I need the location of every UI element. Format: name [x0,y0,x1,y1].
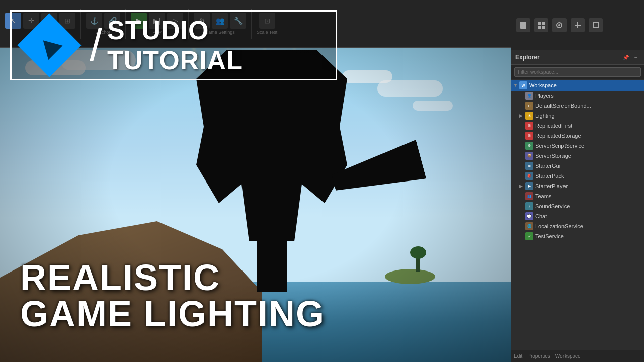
tree-item-replicatedfirst[interactable]: ▶ ⊞ ReplicatedFirst [511,121,644,131]
svg-rect-4 [542,26,545,29]
arrow-chat: ▶ [519,214,525,219]
explorer-pin-icon[interactable]: 📌 [622,53,630,61]
banner-slash: / [90,23,102,68]
right-panel: Explorer 📌 − ▼ W Workspace ▶ 👤 Players [511,0,644,362]
svg-rect-1 [538,22,541,25]
arrow-soundservice: ▶ [519,204,525,209]
label-soundservice: SoundService [535,203,570,209]
toolbar-icon-file[interactable] [516,18,530,32]
tree-item-starterpack[interactable]: ▶ 🎒 StarterPack [511,171,644,181]
icon-default: D [525,102,533,110]
banner-title: STUDIO TUTORIAL [107,15,326,75]
tree-item-soundservice[interactable]: ▶ ♪ SoundService [511,201,644,211]
label-defaultscreenbound: DefaultScreenBound... [535,103,591,109]
arrow-lighting: ▶ [519,113,525,118]
label-serverstorage: ServerStorage [535,153,571,159]
label-replicatedfirst: ReplicatedFirst [535,123,572,129]
arrow-workspace: ▼ [513,83,519,88]
arrow-default: ▶ [519,103,525,108]
label-workspace: Workspace [529,82,557,88]
icon-serverstorage: 📦 [525,152,533,160]
label-startergui: StarterGui [535,163,560,169]
arrow-replicatedfirst: ▶ [519,123,525,128]
icon-localizationservice: 🌐 [525,222,533,230]
icon-players: 👤 [525,92,533,100]
label-teams: Teams [535,193,551,199]
toolbar-icon-grid[interactable] [534,18,548,32]
tree-item-serverscriptservice[interactable]: ▶ ⚙ ServerScriptService [511,141,644,151]
icon-serverscriptservice: ⚙ [525,142,533,150]
icon-lighting: ☀ [525,112,533,120]
label-starterpack: StarterPack [535,173,564,179]
icon-starterplayer: ▶ [525,182,533,190]
tree-item-teams[interactable]: ▶ 👥 Teams [511,191,644,201]
title-line1: REALISTIC [20,259,325,296]
title-line2: GAME LIGHTING [20,296,325,332]
toolbar-icon-arrows[interactable] [571,18,585,32]
main-viewport: ↖ ✛ ↻ ⊞ Transform ⚓ 🔗 Anchor ▶ ▶| ▷ Play [0,0,511,362]
label-chat: Chat [535,213,547,219]
tree-item-lighting[interactable]: ▶ ☀ Lighting [511,111,644,121]
arrow-serverstorage: ▶ [519,153,525,158]
svg-point-6 [558,24,560,26]
tree-item-workspace[interactable]: ▼ W Workspace [511,80,644,90]
label-replicatedstorage: ReplicatedStorage [535,133,581,139]
svg-rect-2 [542,22,545,25]
arrow-localizationservice: ▶ [519,224,525,229]
tree-item-testservice[interactable]: ▶ ✓ TestService [511,231,644,241]
tree-item-defaultscreenbound[interactable]: ▶ D DefaultScreenBound... [511,101,644,111]
filter-bar [511,65,644,79]
bottom-bar: Edit Properties Workspace [511,350,644,362]
arrow-testservice: ▶ [519,234,525,239]
logo-notch [29,28,69,68]
filter-input[interactable] [514,67,641,77]
arrow-starterpack: ▶ [519,173,525,178]
arrow-serverscriptservice: ▶ [519,143,525,148]
icon-soundservice: ♪ [525,202,533,210]
label-testservice: TestService [535,233,564,239]
tree-item-startergui[interactable]: ▶ 🖥 StarterGui [511,161,644,171]
toolbar-icon-extra[interactable] [589,18,603,32]
tree-item-localizationservice[interactable]: ▶ 🌐 LocalizationService [511,221,644,231]
bottom-bar-properties[interactable]: Properties [527,353,550,359]
explorer-title: Explorer [515,54,540,61]
arrow-players: ▶ [519,93,525,98]
tree-item-chat[interactable]: ▶ 💬 Chat [511,211,644,221]
explorer-collapse-icon[interactable]: − [632,53,640,61]
icon-startergui: 🖥 [525,162,533,170]
icon-testservice: ✓ [525,232,533,240]
explorer-header-icons: 📌 − [622,53,640,61]
arrow-replicatedstorage: ▶ [519,133,525,138]
icon-teams: 👥 [525,192,533,200]
icon-starterpack: 🎒 [525,172,533,180]
bottom-bar-workspace[interactable]: Workspace [555,353,581,359]
bottom-bar-edit[interactable]: Edit [514,353,522,359]
arrow-starterplayer: ▶ [519,184,525,189]
icon-workspace: W [519,81,527,89]
tree-item-replicatedstorage[interactable]: ▶ ⊞ ReplicatedStorage [511,131,644,141]
tree-item-serverstorage[interactable]: ▶ 📦 ServerStorage [511,151,644,161]
tree-item-players[interactable]: ▶ 👤 Players [511,90,644,101]
label-serverscriptservice: ServerScriptService [535,143,584,149]
icon-replicatedfirst: ⊞ [525,122,533,130]
arrow-startergui: ▶ [519,163,525,168]
tree-item-starterplayer[interactable]: ▶ ▶ StarterPlayer [511,181,644,191]
svg-rect-0 [520,22,526,29]
label-lighting: Lighting [535,113,555,119]
explorer-tree: ▼ W Workspace ▶ 👤 Players ▶ D DefaultScr… [511,79,644,362]
explorer-panel: Explorer 📌 − ▼ W Workspace ▶ 👤 Players [511,50,644,362]
studio-tutorial-banner: / STUDIO TUTORIAL [10,10,337,80]
svg-rect-3 [538,26,541,29]
icon-chat: 💬 [525,212,533,220]
arrow-teams: ▶ [519,194,525,199]
right-toolbar-area [511,0,644,50]
label-localizationservice: LocalizationService [535,223,583,229]
toolbar-icon-settings[interactable] [552,18,567,32]
explorer-header: Explorer 📌 − [511,50,644,65]
roblox-logo [22,18,77,73]
svg-rect-7 [593,23,598,28]
title-overlay: REALISTIC GAME LIGHTING [20,259,325,332]
label-players: Players [535,93,554,99]
label-starterplayer: StarterPlayer [535,183,568,189]
icon-replicatedstorage: ⊞ [525,132,533,140]
